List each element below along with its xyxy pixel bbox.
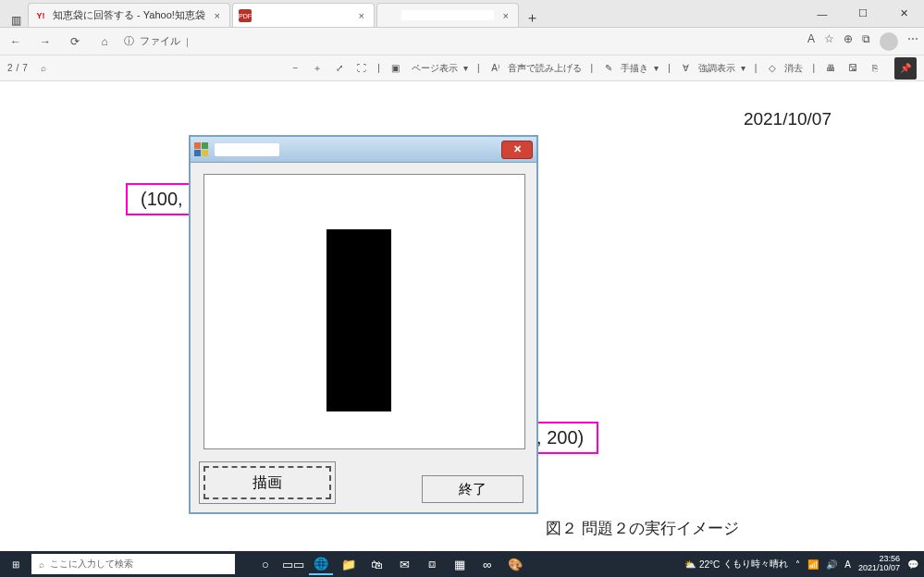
collections-icon[interactable]: ⧉ [862, 32, 870, 51]
read-aloud-icon: A⁾ [489, 63, 502, 73]
svg-rect-5 [202, 142, 208, 149]
svg-text:PDF: PDF [239, 13, 252, 19]
zoom-reset-button[interactable]: ⤢ [333, 63, 346, 73]
pen-icon: ✎ [602, 63, 615, 73]
taskbar-search[interactable]: ⌕ ここに入力して検索 [31, 554, 235, 574]
pdf-page: 2021/10/07 (100, 50) (170, 200) ✕ 描画 終了 … [0, 81, 924, 551]
store-icon[interactable]: 🛍 [364, 553, 388, 575]
home-button[interactable]: ⌂ [94, 35, 115, 48]
window-maximize-button[interactable]: ☐ [843, 0, 883, 27]
pin-toolbar-button[interactable]: 📌 [894, 57, 917, 80]
vs-icon[interactable]: ∞ [475, 553, 499, 575]
tab-title: 知恵袋に回答する - Yahoo!知恵袋 [53, 8, 205, 22]
menu-icon[interactable]: ⋯ [907, 32, 918, 51]
address-bar[interactable]: ⓘ ファイル | [124, 34, 798, 48]
drawn-rectangle [326, 229, 391, 411]
favicon-yahoo-icon: Y! [34, 9, 47, 22]
site-info-icon[interactable]: ⓘ [124, 34, 134, 48]
save-icon[interactable]: 🖫 [846, 63, 859, 73]
weather-widget[interactable]: ⛅ 22°C くもり時々晴れ [684, 558, 788, 571]
app-close-button[interactable]: ✕ [501, 141, 533, 159]
tray-caret-icon[interactable]: ˄ [795, 559, 800, 570]
network-icon[interactable]: 📶 [807, 559, 819, 570]
mail-icon[interactable]: ✉ [392, 553, 416, 575]
svg-rect-6 [194, 150, 201, 156]
taskview-icon[interactable]: ▭▭ [281, 553, 305, 575]
windows-taskbar: ⊞ ⌕ ここに入力して検索 ○▭▭🌐📁🛍✉⧈▦∞🎨 ⛅ 22°C くもり時々晴れ… [0, 551, 924, 577]
app-title-redacted [215, 143, 279, 156]
tab-yahoo[interactable]: Y! 知恵袋に回答する - Yahoo!知恵袋 × [28, 3, 230, 27]
svg-rect-4 [194, 142, 201, 149]
weather-temp: 22°C [699, 559, 720, 570]
sample-app-window: ✕ 描画 終了 [189, 135, 538, 514]
highlight-icon: ∀ [680, 63, 693, 73]
ime-icon[interactable]: A [844, 559, 851, 570]
favicon-pdf-icon: PDF [239, 9, 252, 22]
edge-icon[interactable]: 🌐 [309, 553, 333, 575]
window-minimize-button[interactable]: — [802, 0, 843, 27]
url-scheme: ファイル [140, 34, 180, 48]
tab-title [401, 10, 494, 20]
volume-icon[interactable]: 🔊 [826, 559, 837, 570]
tab-close-icon[interactable]: × [355, 10, 368, 21]
add-favorite-icon[interactable]: ⊕ [844, 32, 853, 51]
new-tab-button[interactable]: ＋ [521, 9, 545, 27]
tab-3[interactable]: × [376, 3, 519, 27]
draw-button[interactable]: 描画 [203, 466, 331, 499]
zoom-out-button[interactable]: − [289, 63, 302, 73]
read-aloud-button[interactable]: A⁾ 音声で読み上げる [489, 62, 582, 75]
svg-rect-7 [202, 150, 208, 156]
favicon-blank-icon [383, 9, 396, 22]
tab-list-icon[interactable]: ▥ [6, 14, 26, 27]
caret-down-icon: ▾ [741, 63, 745, 73]
search-placeholder: ここに入力して検索 [50, 558, 133, 571]
document-date: 2021/10/07 [744, 109, 832, 129]
window-close-button[interactable]: ✕ [883, 0, 924, 27]
figure-caption: 図２ 問題２の実行イメージ [546, 518, 739, 539]
caret-down-icon: ▾ [463, 63, 468, 73]
app-titlebar: ✕ [191, 137, 536, 163]
cortana-icon[interactable]: ○ [253, 553, 277, 575]
refresh-button[interactable]: ⟳ [65, 35, 85, 48]
weather-icon: ⛅ [684, 559, 696, 570]
page-view-icon[interactable]: ▣ [389, 63, 402, 73]
explorer-icon[interactable]: 📁 [337, 553, 361, 575]
zoom-in-button[interactable]: ＋ [311, 62, 324, 75]
page-total: 7 [22, 63, 28, 73]
tab-close-icon[interactable]: × [499, 10, 512, 21]
drawing-canvas [203, 174, 525, 449]
app-icon[interactable]: ▦ [448, 553, 472, 575]
vscode-icon[interactable]: ⧈ [420, 553, 444, 575]
notification-icon[interactable]: 💬 [907, 559, 918, 570]
exit-button[interactable]: 終了 [422, 475, 524, 503]
paint-icon[interactable]: 🎨 [503, 553, 527, 575]
back-button[interactable]: ← [6, 35, 26, 48]
weather-text: くもり時々晴れ [723, 558, 788, 571]
tab-close-icon[interactable]: × [211, 10, 224, 21]
caret-down-icon: ▾ [654, 63, 659, 73]
share-icon[interactable]: ⎘ [869, 63, 881, 73]
start-button[interactable]: ⊞ [0, 559, 31, 570]
tab-pdf[interactable]: PDF × [232, 3, 375, 27]
profile-avatar[interactable] [880, 32, 898, 51]
search-icon[interactable]: ⌕ [37, 63, 50, 73]
forward-button[interactable]: → [35, 35, 55, 48]
erase-tool[interactable]: ◇ 消去 [766, 62, 803, 75]
app-icon [194, 142, 209, 157]
fit-page-icon[interactable]: ⛶ [355, 63, 368, 73]
page-current[interactable]: 2 [7, 63, 13, 73]
read-aloud-icon[interactable]: A [807, 32, 815, 51]
tab-title [257, 10, 350, 20]
page-display-menu[interactable]: ページ表示 ▾ [412, 62, 468, 75]
favorite-star-icon[interactable]: ☆ [824, 32, 834, 51]
draw-tool[interactable]: ✎ 手描き ▾ [602, 62, 659, 75]
page-indicator[interactable]: 2 / 7 [7, 63, 28, 73]
system-clock[interactable]: 23:56 2021/10/07 [858, 555, 900, 573]
highlight-tool[interactable]: ∀ 強調表示 ▾ [680, 62, 745, 75]
search-icon: ⌕ [39, 559, 44, 570]
print-icon[interactable]: 🖶 [824, 63, 837, 73]
clock-date: 2021/10/07 [858, 564, 900, 573]
erase-icon: ◇ [766, 63, 779, 73]
